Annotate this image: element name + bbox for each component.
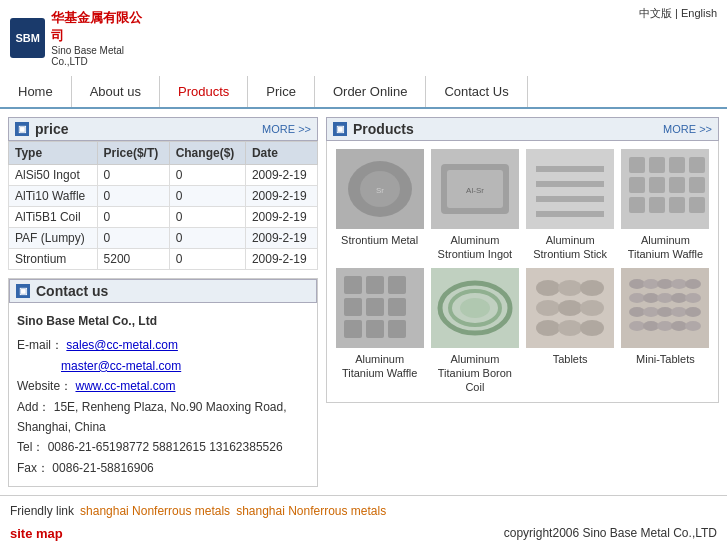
footer: Friendly link shanghai Nonferrous metals… — [0, 495, 727, 545]
product-image — [336, 268, 424, 348]
svg-point-70 — [685, 321, 701, 331]
svg-rect-31 — [366, 298, 384, 316]
product-label: Aluminum Titanium Waffle — [335, 352, 424, 381]
svg-point-48 — [558, 320, 582, 336]
table-row: AlSi50 Ingot002009-2-19 — [9, 165, 318, 186]
product-label: Mini-Tablets — [636, 352, 695, 366]
main-content: ▣ price MORE >> Type Price($/T) Change($… — [0, 109, 727, 495]
svg-point-67 — [643, 321, 659, 331]
logo-icon: SBM — [10, 18, 45, 58]
price-section-header: ▣ price MORE >> — [8, 117, 318, 141]
svg-point-45 — [558, 300, 582, 316]
svg-point-60 — [685, 293, 701, 303]
price-title: price — [35, 121, 68, 137]
svg-point-64 — [671, 307, 687, 317]
products-more-link[interactable]: MORE >> — [663, 123, 712, 135]
email2-link[interactable]: master@cc-metal.com — [61, 359, 181, 373]
left-column: ▣ price MORE >> Type Price($/T) Change($… — [8, 117, 318, 487]
contact-website-row: Website： www.cc-metal.com — [17, 376, 309, 396]
friendly-link-1[interactable]: shanghai Nonferrous metals — [80, 504, 230, 518]
nav-products[interactable]: Products — [160, 76, 248, 107]
product-image: Sr — [336, 149, 424, 229]
right-column: ▣ Products MORE >> SrStrontium MetalAl-S… — [326, 117, 719, 487]
contact-address-row: Add： 15E, Renheng Plaza, No.90 Maoxing R… — [17, 397, 309, 438]
svg-rect-30 — [344, 298, 362, 316]
svg-rect-17 — [689, 157, 705, 173]
product-label: Strontium Metal — [341, 233, 418, 247]
product-label: Aluminum Titanium Waffle — [621, 233, 710, 262]
svg-point-63 — [657, 307, 673, 317]
contact-fax-row: Fax： 0086-21-58816906 — [17, 458, 309, 478]
table-row: AlTi10 Waffle002009-2-19 — [9, 186, 318, 207]
list-item[interactable]: Aluminum Titanium Boron Coil — [430, 268, 519, 395]
product-label: Aluminum Titanium Boron Coil — [430, 352, 519, 395]
lang-cn[interactable]: 中文版 — [639, 7, 672, 19]
list-item[interactable]: SrStrontium Metal — [335, 149, 424, 262]
company-name-cn: 华基金属有限公司 — [51, 9, 150, 45]
col-type: Type — [9, 142, 98, 165]
company-name-en: Sino Base Metal Co.,LTD — [51, 45, 150, 67]
nav-contact[interactable]: Contact Us — [426, 76, 527, 107]
svg-point-54 — [671, 279, 687, 289]
svg-rect-14 — [629, 157, 645, 173]
product-image — [431, 268, 519, 348]
friendly-link-row: Friendly link shanghai Nonferrous metals… — [10, 504, 717, 518]
product-label: Tablets — [553, 352, 588, 366]
price-table: Type Price($/T) Change($) Date AlSi50 In… — [8, 141, 318, 270]
product-image — [526, 149, 614, 229]
contact-company: Sino Base Metal Co., Ltd — [17, 311, 309, 331]
price-more-link[interactable]: MORE >> — [262, 123, 311, 135]
table-row: AlTi5B1 Coil002009-2-19 — [9, 207, 318, 228]
svg-point-59 — [671, 293, 687, 303]
list-item[interactable]: Tablets — [526, 268, 615, 395]
email1-link[interactable]: sales@cc-metal.com — [66, 338, 178, 352]
products-grid: SrStrontium MetalAl-SrAluminum Strontium… — [326, 141, 719, 403]
svg-rect-19 — [649, 177, 665, 193]
friendly-label: Friendly link — [10, 504, 74, 518]
svg-rect-21 — [689, 177, 705, 193]
list-item[interactable]: Aluminum Strontium Stick — [526, 149, 615, 262]
col-change: Change($) — [169, 142, 245, 165]
svg-point-39 — [460, 298, 490, 318]
list-item[interactable]: Mini-Tablets — [621, 268, 710, 395]
svg-rect-20 — [669, 177, 685, 193]
product-label: Aluminum Strontium Ingot — [430, 233, 519, 262]
lang-bar: 中文版 | English — [639, 6, 717, 21]
website-link[interactable]: www.cc-metal.com — [75, 379, 175, 393]
contact-content: Sino Base Metal Co., Ltd E-mail： sales@c… — [9, 303, 317, 486]
svg-point-43 — [580, 280, 604, 296]
company-name: 华基金属有限公司 Sino Base Metal Co.,LTD — [51, 9, 150, 67]
contact-title: Contact us — [36, 283, 108, 299]
svg-point-42 — [558, 280, 582, 296]
lang-en[interactable]: English — [681, 7, 717, 19]
svg-rect-18 — [629, 177, 645, 193]
svg-point-65 — [685, 307, 701, 317]
nav-home[interactable]: Home — [0, 76, 72, 107]
list-item[interactable]: Aluminum Titanium Waffle — [621, 149, 710, 262]
nav-price[interactable]: Price — [248, 76, 315, 107]
product-image: Al-Sr — [431, 149, 519, 229]
nav-order[interactable]: Order Online — [315, 76, 426, 107]
table-row: PAF (Lumpy)002009-2-19 — [9, 228, 318, 249]
contact-icon: ▣ — [16, 284, 30, 298]
list-item[interactable]: Al-SrAluminum Strontium Ingot — [430, 149, 519, 262]
svg-point-53 — [657, 279, 673, 289]
contact-email-row2: master@cc-metal.com — [17, 356, 309, 376]
product-image — [526, 268, 614, 348]
svg-text:Sr: Sr — [376, 186, 384, 195]
sitemap-link[interactable]: site map — [10, 526, 63, 541]
svg-point-52 — [643, 279, 659, 289]
svg-point-41 — [536, 280, 560, 296]
svg-rect-34 — [366, 320, 384, 338]
svg-rect-33 — [344, 320, 362, 338]
list-item[interactable]: Aluminum Titanium Waffle — [335, 268, 424, 395]
price-icon: ▣ — [15, 122, 29, 136]
friendly-link-2[interactable]: shanghai Nonferrous metals — [236, 504, 386, 518]
copyright: copyright2006 Sino Base Metal Co.,LTD — [504, 526, 717, 540]
svg-rect-15 — [649, 157, 665, 173]
svg-rect-29 — [388, 276, 406, 294]
nav-about[interactable]: About us — [72, 76, 160, 107]
svg-rect-32 — [388, 298, 406, 316]
svg-rect-35 — [388, 320, 406, 338]
col-date: Date — [245, 142, 317, 165]
